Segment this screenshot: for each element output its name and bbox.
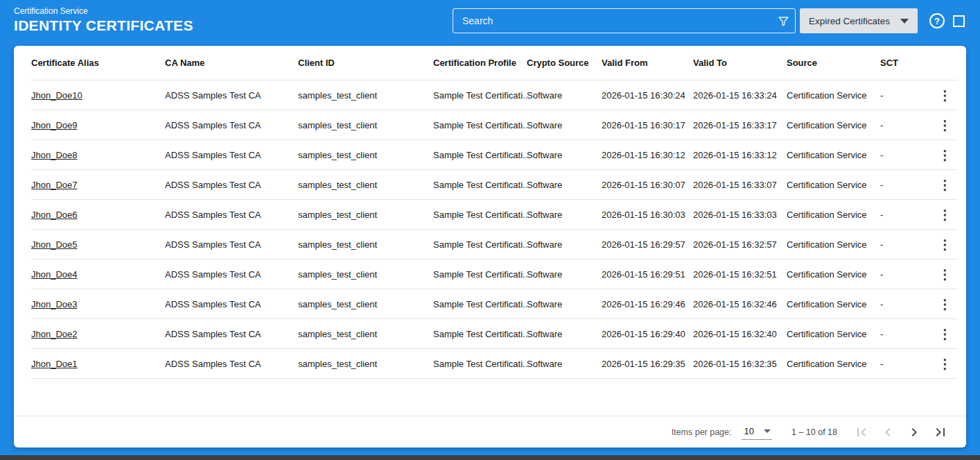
- chevron-right-icon: [906, 424, 922, 441]
- cell-certification-profile: Sample Test Certificati...: [433, 359, 527, 369]
- next-page-button[interactable]: [901, 419, 927, 445]
- cell-valid-from: 2026-01-15 16:30:03: [602, 210, 693, 220]
- column-header: Certificate Alias: [31, 58, 165, 68]
- certificate-alias-link[interactable]: Jhon_Doe6: [31, 210, 78, 220]
- chevron-down-icon: [900, 19, 909, 24]
- table-row: Jhon_Doe6 ADSS Samples Test CA samples_t…: [31, 200, 958, 230]
- cell-row-actions: ⋮: [932, 296, 958, 312]
- row-actions-kebab-icon[interactable]: ⋮: [934, 147, 956, 163]
- certificate-alias-link[interactable]: Jhon_Doe10: [31, 90, 82, 101]
- certificate-status-dropdown[interactable]: Expired Certificates: [800, 8, 918, 33]
- cell-client-id: samples_test_client: [298, 269, 433, 280]
- page-bottom-edge: [0, 455, 980, 460]
- cell-valid-to: 2026-01-15 16:32:40: [693, 329, 787, 339]
- pager-buttons: [848, 419, 954, 445]
- cell-ca-name: ADSS Samples Test CA: [165, 269, 298, 280]
- cell-source: Certification Service: [787, 239, 880, 250]
- cell-valid-to: 2026-01-15 16:33:07: [693, 180, 787, 190]
- cell-certificate-alias: Jhon_Doe2: [31, 329, 165, 339]
- cell-valid-from: 2026-01-15 16:30:07: [602, 180, 693, 190]
- cell-sct: -: [880, 90, 932, 101]
- paginator: Items per page: 10 1 – 10 of 18: [14, 416, 966, 448]
- cell-valid-from: 2026-01-15 16:29:40: [602, 329, 693, 339]
- table-header-row: Certificate AliasCA NameClient IDCertifi…: [31, 46, 958, 80]
- row-actions-kebab-icon[interactable]: ⋮: [934, 296, 956, 312]
- cell-valid-to: 2026-01-15 16:32:57: [693, 239, 787, 250]
- previous-page-button[interactable]: [875, 419, 901, 445]
- cell-ca-name: ADSS Samples Test CA: [165, 90, 298, 101]
- cell-valid-from: 2026-01-15 16:29:51: [602, 269, 693, 280]
- certificate-alias-link[interactable]: Jhon_Doe8: [31, 150, 78, 160]
- table-row: Jhon_Doe4 ADSS Samples Test CA samples_t…: [31, 259, 958, 289]
- cell-valid-to: 2026-01-15 16:33:17: [693, 120, 787, 130]
- row-actions-kebab-icon[interactable]: ⋮: [934, 326, 956, 342]
- row-actions-kebab-icon[interactable]: ⋮: [934, 207, 956, 223]
- last-page-button[interactable]: [927, 419, 954, 445]
- certificate-alias-link[interactable]: Jhon_Doe5: [31, 239, 78, 250]
- cell-certification-profile: Sample Test Certificati...: [433, 269, 527, 280]
- row-actions-kebab-icon[interactable]: ⋮: [934, 117, 956, 133]
- cell-certification-profile: Sample Test Certificati...: [433, 90, 527, 101]
- cell-certificate-alias: Jhon_Doe10: [31, 90, 165, 101]
- certificates-table: Certificate AliasCA NameClient IDCertifi…: [14, 46, 966, 416]
- cell-row-actions: ⋮: [932, 87, 958, 103]
- row-actions-kebab-icon[interactable]: ⋮: [934, 87, 956, 103]
- row-actions-kebab-icon[interactable]: ⋮: [934, 177, 956, 193]
- table-row: Jhon_Doe2 ADSS Samples Test CA samples_t…: [31, 319, 958, 349]
- table-row: Jhon_Doe9 ADSS Samples Test CA samples_t…: [31, 110, 958, 140]
- cell-ca-name: ADSS Samples Test CA: [165, 329, 298, 339]
- cell-source: Certification Service: [787, 90, 880, 101]
- window-icon[interactable]: [953, 15, 965, 27]
- cell-valid-from: 2026-01-15 16:29:46: [602, 299, 693, 309]
- column-header: Source: [787, 58, 880, 68]
- row-actions-kebab-icon[interactable]: ⋮: [934, 237, 956, 253]
- last-page-icon: [932, 424, 949, 441]
- cell-sct: -: [880, 299, 932, 309]
- table-row: Jhon_Doe5 ADSS Samples Test CA samples_t…: [31, 230, 958, 259]
- cell-source: Certification Service: [787, 359, 880, 369]
- cell-sct: -: [880, 329, 932, 339]
- cell-sct: -: [880, 210, 932, 220]
- row-actions-kebab-icon[interactable]: ⋮: [934, 356, 956, 372]
- cell-crypto-source: Software: [527, 180, 602, 190]
- cell-certificate-alias: Jhon_Doe7: [31, 180, 165, 190]
- cell-crypto-source: Software: [527, 239, 602, 250]
- cell-source: Certification Service: [787, 150, 880, 160]
- certificate-alias-link[interactable]: Jhon_Doe9: [31, 120, 78, 130]
- page-title: IDENTITY CERTIFICATES: [14, 17, 193, 35]
- cell-ca-name: ADSS Samples Test CA: [165, 180, 298, 190]
- cell-source: Certification Service: [787, 180, 880, 190]
- column-header: Client ID: [298, 58, 433, 68]
- cell-row-actions: ⋮: [932, 117, 958, 133]
- help-icon[interactable]: ?: [929, 13, 945, 28]
- cell-certification-profile: Sample Test Certificati...: [433, 180, 527, 190]
- filter-icon[interactable]: [776, 14, 790, 28]
- cell-certificate-alias: Jhon_Doe6: [31, 210, 165, 220]
- cell-source: Certification Service: [787, 329, 880, 339]
- table-row: Jhon_Doe8 ADSS Samples Test CA samples_t…: [31, 140, 958, 170]
- search-input[interactable]: [453, 8, 796, 33]
- cell-certificate-alias: Jhon_Doe9: [31, 120, 165, 130]
- cell-row-actions: ⋮: [932, 207, 958, 223]
- cell-ca-name: ADSS Samples Test CA: [165, 239, 298, 250]
- cell-row-actions: ⋮: [932, 326, 958, 342]
- cell-source: Certification Service: [787, 299, 880, 309]
- certificate-alias-link[interactable]: Jhon_Doe3: [31, 299, 78, 309]
- column-header: Valid From: [602, 58, 693, 68]
- certificates-card: Certificate AliasCA NameClient IDCertifi…: [14, 46, 966, 448]
- cell-valid-to: 2026-01-15 16:32:51: [693, 269, 787, 280]
- certificate-alias-link[interactable]: Jhon_Doe2: [31, 329, 78, 339]
- column-header: Crypto Source: [527, 58, 602, 68]
- items-per-page-label: Items per page:: [672, 427, 732, 437]
- items-per-page-select[interactable]: 10: [742, 424, 772, 440]
- certificate-alias-link[interactable]: Jhon_Doe4: [31, 269, 78, 280]
- certificate-alias-link[interactable]: Jhon_Doe1: [31, 359, 78, 369]
- row-actions-kebab-icon[interactable]: ⋮: [934, 266, 956, 282]
- cell-client-id: samples_test_client: [298, 239, 433, 250]
- cell-valid-from: 2026-01-15 16:30:24: [602, 90, 693, 101]
- cell-certification-profile: Sample Test Certificati...: [433, 299, 527, 309]
- table-row: Jhon_Doe3 ADSS Samples Test CA samples_t…: [31, 289, 958, 319]
- certificate-alias-link[interactable]: Jhon_Doe7: [31, 180, 78, 190]
- first-page-button[interactable]: [848, 419, 875, 445]
- title-block: Certification Service IDENTITY CERTIFICA…: [14, 6, 193, 35]
